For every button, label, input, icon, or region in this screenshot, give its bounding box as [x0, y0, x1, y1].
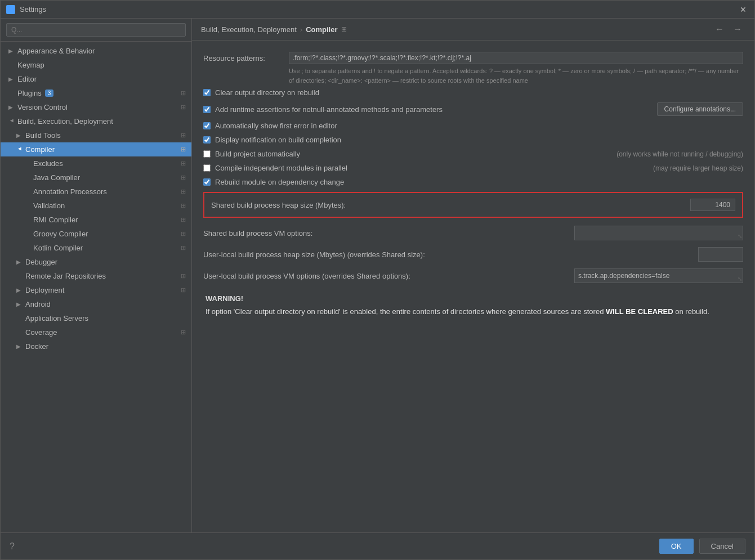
checkbox-runtime-assertions[interactable] — [203, 106, 211, 113]
app-icon — [6, 5, 15, 14]
arrow-icon: ▶ — [16, 287, 23, 293]
sidebar-item-label: Editor — [17, 75, 37, 83]
footer: ? OK Cancel — [1, 532, 754, 559]
sidebar-item-label: Compiler — [25, 145, 55, 154]
checkbox-row-build-project-auto: Build project automatically(only works w… — [203, 150, 743, 158]
resource-input-wrap: Use ; to separate patterns and ! to nega… — [289, 52, 743, 85]
sidebar-item-label: Excludes — [33, 159, 63, 168]
titlebar: Settings ✕ — [1, 1, 754, 19]
user-heap-input[interactable] — [698, 247, 743, 262]
window-title: Settings — [20, 5, 738, 14]
sidebar-item-android[interactable]: ▶Android — [1, 297, 191, 311]
sidebar-item-label: Android — [25, 300, 51, 308]
checkbox-show-first-error[interactable] — [203, 122, 211, 129]
ext-icon: ⊞ — [181, 244, 186, 252]
close-button[interactable]: ✕ — [738, 4, 749, 15]
arrow-icon: ▶ — [16, 259, 23, 265]
search-input[interactable] — [6, 23, 186, 37]
sidebar-item-label: Validation — [33, 201, 65, 210]
arrow-icon: ▶ — [8, 48, 15, 54]
checkbox-compile-parallel[interactable] — [203, 164, 211, 172]
sidebar-item-plugins[interactable]: Plugins3⊞ — [1, 86, 191, 100]
arrow-icon: ▶ — [16, 301, 23, 307]
checkbox-clear-output[interactable] — [203, 89, 211, 96]
nav-buttons: ← → — [712, 23, 745, 35]
breadcrumb-bar: Build, Execution, Deployment › Compiler … — [192, 19, 754, 41]
user-vm-expand-icon: ⤡ — [738, 276, 742, 282]
ext-icon: ⊞ — [181, 202, 186, 209]
checkbox-rebuild-on-change[interactable] — [203, 178, 211, 186]
ext-icon: ⊞ — [181, 89, 186, 97]
breadcrumb-parent: Build, Execution, Deployment — [201, 25, 297, 34]
sidebar-item-groovy-compiler[interactable]: Groovy Compiler⊞ — [1, 227, 191, 241]
nav-forward-button[interactable]: → — [730, 23, 745, 35]
sidebar-item-label: Appearance & Behavior — [17, 47, 95, 55]
tree: ▶Appearance & BehaviorKeymap▶EditorPlugi… — [1, 42, 191, 532]
sidebar-item-label: Coverage — [25, 328, 57, 337]
sidebar-item-deployment[interactable]: ▶Deployment⊞ — [1, 283, 191, 297]
arrow-icon: ▶ — [16, 343, 23, 350]
sidebar-item-version-control[interactable]: ▶Version Control⊞ — [1, 100, 191, 114]
help-button[interactable]: ? — [10, 541, 15, 552]
nav-back-button[interactable]: ← — [712, 23, 727, 35]
arrow-icon: ▶ — [8, 76, 15, 82]
checkbox-label-clear-output: Clear output directory on rebuild — [215, 88, 319, 97]
heap-size-label: Shared build process heap size (Mbytes): — [211, 201, 690, 209]
sidebar-item-appearance[interactable]: ▶Appearance & Behavior — [1, 44, 191, 58]
sidebar-item-debugger[interactable]: ▶Debugger — [1, 255, 191, 269]
badge: 3 — [45, 89, 54, 97]
ext-icon: ⊞ — [181, 146, 186, 153]
arrow-icon: ▼ — [17, 146, 23, 153]
settings-window: Settings ✕ ▶Appearance & BehaviorKeymap▶… — [0, 0, 755, 560]
sidebar-item-docker[interactable]: ▶Docker — [1, 339, 191, 353]
checkbox-row-runtime-assertions: Add runtime assertions for notnull-annot… — [203, 102, 743, 116]
heap-size-input[interactable] — [690, 199, 735, 211]
sidebar-item-coverage[interactable]: Coverage⊞ — [1, 325, 191, 339]
sidebar-item-validation[interactable]: Validation⊞ — [1, 199, 191, 213]
sidebar-item-label: Plugins — [17, 89, 42, 97]
warning-title: WARNING! — [205, 294, 741, 303]
sidebar-item-build-tools[interactable]: ▶Build Tools⊞ — [1, 128, 191, 142]
arrow-icon: ▼ — [9, 118, 15, 125]
sidebar-item-remote-jar-repos[interactable]: Remote Jar Repositories⊞ — [1, 269, 191, 283]
settings-content: Resource patterns: Use ; to separate pat… — [192, 41, 754, 532]
sidebar-item-build-execution[interactable]: ▼Build, Execution, Deployment — [1, 114, 191, 128]
ext-icon: ⊞ — [181, 132, 186, 139]
resource-patterns-input[interactable] — [289, 52, 743, 64]
vm-options-input[interactable] — [574, 226, 743, 240]
checkbox-display-notification[interactable] — [203, 136, 211, 144]
warning-text: If option 'Clear output directory on reb… — [205, 306, 741, 318]
checkbox-label-build-project-auto: Build project automatically — [215, 150, 300, 158]
checkboxes-container: Clear output directory on rebuildAdd run… — [203, 88, 743, 186]
ext-icon: ⊞ — [181, 174, 186, 181]
ok-button[interactable]: OK — [659, 539, 694, 554]
sidebar-item-label: Java Compiler — [33, 173, 80, 182]
sidebar-item-label: Kotlin Compiler — [33, 244, 83, 252]
user-vm-row: User-local build process VM options (ove… — [203, 268, 743, 283]
vm-options-input-wrap: ⤡ — [574, 226, 743, 240]
sidebar-item-label: Application Servers — [25, 314, 88, 322]
sidebar-item-compiler[interactable]: ▼Compiler⊞ — [1, 142, 191, 156]
breadcrumb: Build, Execution, Deployment › Compiler … — [201, 25, 347, 34]
vm-options-label: Shared build process VM options: — [203, 229, 568, 238]
cancel-button[interactable]: Cancel — [699, 539, 745, 554]
ext-icon: ⊞ — [181, 216, 186, 223]
configure-annotations-button[interactable]: Configure annotations... — [657, 102, 743, 116]
ext-icon: ⊞ — [181, 329, 186, 336]
checkbox-row-display-notification: Display notification on build completion — [203, 136, 743, 144]
checkbox-row-clear-output: Clear output directory on rebuild — [203, 88, 743, 97]
ext-icon: ⊞ — [181, 188, 186, 195]
sidebar-item-keymap[interactable]: Keymap — [1, 58, 191, 72]
sidebar-item-java-compiler[interactable]: Java Compiler⊞ — [1, 171, 191, 185]
sidebar-item-label: Annotation Processors — [33, 187, 107, 196]
sidebar-item-editor[interactable]: ▶Editor — [1, 72, 191, 86]
heap-size-row: Shared build process heap size (Mbytes): — [203, 192, 743, 218]
sidebar-item-excludes[interactable]: Excludes⊞ — [1, 156, 191, 171]
sidebar-item-application-servers[interactable]: Application Servers — [1, 311, 191, 325]
sidebar-item-kotlin-compiler[interactable]: Kotlin Compiler⊞ — [1, 241, 191, 255]
arrow-icon: ▶ — [8, 104, 15, 110]
checkbox-build-project-auto[interactable] — [203, 150, 211, 158]
user-vm-input[interactable] — [574, 268, 743, 283]
sidebar-item-rmi-compiler[interactable]: RMI Compiler⊞ — [1, 213, 191, 227]
sidebar-item-annotation-processors[interactable]: Annotation Processors⊞ — [1, 185, 191, 199]
